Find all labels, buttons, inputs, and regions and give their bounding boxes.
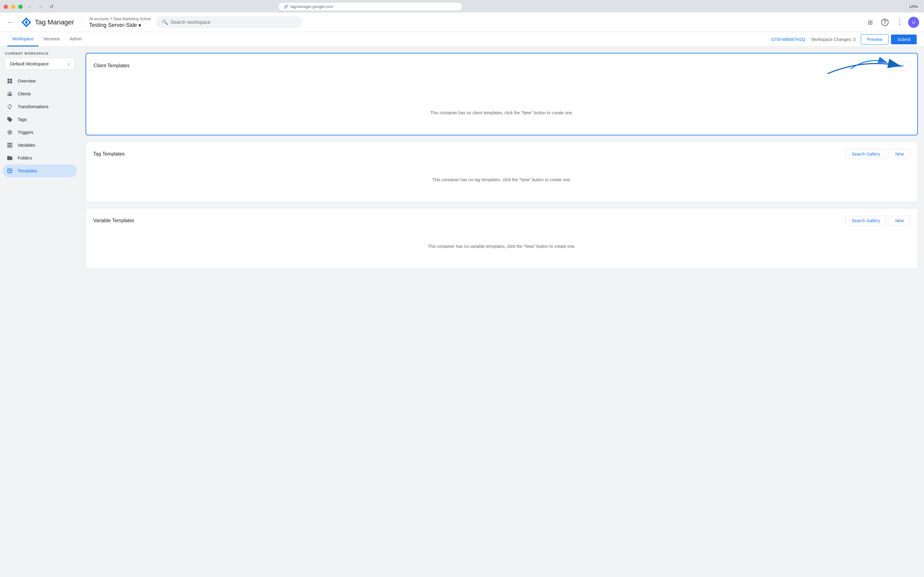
transformations-icon — [6, 103, 13, 110]
svg-rect-5 — [8, 81, 10, 84]
svg-rect-6 — [10, 81, 12, 84]
apps-button[interactable]: ⊞ — [864, 16, 876, 28]
nav-back-button[interactable]: ← — [5, 16, 16, 28]
tag-templates-new-button[interactable]: New — [889, 149, 910, 159]
main-layout: CURRENT WORKSPACE Default Workspace › Ov… — [0, 47, 924, 577]
blue-arrow — [818, 55, 910, 77]
client-templates-card: Client Templates New — [85, 53, 918, 135]
svg-rect-4 — [10, 79, 12, 81]
tab-admin[interactable]: Admin — [64, 32, 87, 47]
tab-workspace[interactable]: Workspace — [7, 32, 39, 47]
client-templates-empty: This container has no client templates, … — [93, 98, 910, 127]
search-input[interactable] — [171, 19, 296, 25]
lock-icon: 🔗 — [283, 4, 288, 9]
variable-templates-title: Variable Templates — [93, 218, 134, 223]
variable-templates-header: Variable Templates Search Gallery New — [93, 216, 910, 226]
tag-templates-card: Tag Templates Search Gallery New This co… — [85, 142, 918, 202]
tag-templates-actions: Search Gallery New — [845, 149, 910, 159]
gtm-id[interactable]: GTM-M8M87H2Q — [771, 37, 805, 42]
templates-label: Templates — [18, 168, 37, 173]
tag-templates-search-gallery-button[interactable]: Search Gallery — [845, 149, 886, 159]
svg-rect-9 — [7, 143, 13, 144]
more-options-button[interactable]: ⋮ — [893, 16, 906, 28]
url-bar[interactable]: tagmanager.google.com — [290, 4, 333, 9]
variable-templates-empty: This container has no variable templates… — [93, 232, 910, 261]
overview-label: Overview — [18, 79, 35, 84]
client-templates-title: Client Templates — [93, 63, 130, 68]
tag-templates-header: Tag Templates Search Gallery New — [93, 149, 910, 159]
variable-templates-search-gallery-button[interactable]: Search Gallery — [845, 216, 886, 226]
sidebar-nav: Overview Clients Transformations — [0, 74, 79, 177]
sidebar-item-folders[interactable]: Folders — [2, 152, 77, 164]
preview-button[interactable]: Preview — [861, 34, 889, 45]
tag-templates-title: Tag Templates — [93, 151, 125, 157]
back-nav-btn[interactable]: ← — [26, 3, 34, 11]
reload-btn[interactable]: ↺ — [48, 2, 55, 11]
templates-icon — [6, 168, 13, 174]
help-button[interactable]: ? — [879, 16, 891, 28]
arrow-area — [93, 77, 910, 98]
forward-nav-btn[interactable]: → — [37, 3, 45, 11]
svg-point-7 — [9, 131, 11, 134]
workspace-item[interactable]: Default Workspace › — [5, 58, 74, 70]
svg-rect-10 — [7, 145, 13, 145]
app-title: Tag Manager — [35, 18, 74, 26]
tags-label: Tags — [18, 117, 27, 122]
transformations-label: Transformations — [18, 104, 48, 109]
chevron-right-icon: › — [68, 61, 69, 66]
sidebar: CURRENT WORKSPACE Default Workspace › Ov… — [0, 47, 79, 577]
folders-icon — [6, 155, 13, 161]
zoom-indicator: 125% — [906, 4, 920, 10]
gtm-logo — [21, 17, 32, 28]
svg-rect-3 — [8, 79, 10, 81]
sidebar-item-tags[interactable]: Tags — [2, 113, 77, 126]
logo-area: Tag Manager — [21, 17, 74, 28]
variables-label: Variables — [18, 143, 35, 148]
triggers-icon — [6, 129, 13, 135]
workspace-changes: Workspace Changes: 0 — [811, 37, 856, 42]
triggers-label: Triggers — [18, 130, 33, 135]
minimize-btn[interactable] — [11, 5, 15, 9]
tab-versions[interactable]: Versions — [39, 32, 65, 47]
sidebar-item-clients[interactable]: Clients — [2, 87, 77, 100]
workspace-selector[interactable]: All accounts > Data Marketing School Tes… — [89, 16, 151, 29]
sidebar-item-triggers[interactable]: Triggers — [2, 126, 77, 139]
help-icon: ? — [881, 19, 889, 26]
clients-icon — [6, 91, 13, 97]
clients-label: Clients — [18, 91, 31, 96]
sidebar-item-transformations[interactable]: Transformations — [2, 100, 77, 113]
apps-grid-icon: ⊞ — [868, 19, 873, 26]
variable-templates-new-button[interactable]: New — [889, 216, 910, 226]
close-btn[interactable] — [4, 5, 8, 9]
workspace-dropdown[interactable]: Testing Server-Side ▾ — [89, 22, 151, 29]
search-bar[interactable]: 🔍 — [156, 16, 303, 28]
sidebar-item-variables[interactable]: Variables — [2, 139, 77, 152]
top-nav-actions: ⊞ ? ⋮ U — [864, 16, 919, 28]
breadcrumb: All accounts > Data Marketing School — [89, 16, 151, 21]
tags-icon — [6, 116, 13, 122]
folders-label: Folders — [18, 156, 32, 160]
variable-templates-card: Variable Templates Search Gallery New Th… — [85, 208, 918, 269]
maximize-btn[interactable] — [18, 5, 23, 9]
dropdown-icon: ▾ — [138, 22, 141, 29]
variable-templates-actions: Search Gallery New — [845, 216, 910, 226]
variables-icon — [6, 142, 13, 148]
sidebar-item-overview[interactable]: Overview — [2, 74, 77, 87]
sidebar-item-templates[interactable]: Templates — [2, 164, 77, 177]
more-icon: ⋮ — [896, 18, 903, 26]
client-templates-header: Client Templates New — [93, 61, 910, 71]
svg-rect-11 — [7, 147, 13, 147]
top-nav: ← Tag Manager All accounts > Data Market… — [0, 13, 924, 32]
submit-button[interactable]: Submit — [891, 34, 917, 44]
user-avatar[interactable]: U — [908, 17, 919, 28]
current-workspace-label: CURRENT WORKSPACE — [0, 52, 79, 58]
search-icon: 🔍 — [162, 19, 168, 25]
content-area: Client Templates New — [79, 47, 924, 577]
secondary-nav: Workspace Versions Admin GTM-M8M87H2Q Wo… — [0, 32, 924, 47]
overview-icon — [6, 78, 13, 84]
tag-templates-empty: This container has no tag templates, cli… — [93, 165, 910, 194]
